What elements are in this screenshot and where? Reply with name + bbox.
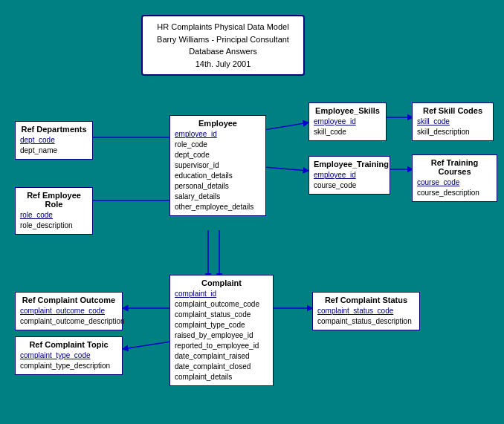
ref-training-field-1: course_description xyxy=(417,188,492,198)
employee-field-5: personal_details xyxy=(175,181,261,192)
ref-outcome-field-0: complaint_outcome_code xyxy=(20,306,117,316)
ref-departments-box: Ref Departments dept_code dept_name xyxy=(15,121,93,160)
employee-field-6: salary_details xyxy=(175,192,261,202)
ref-employee-role-box: Ref Employee Role role_code role_descrip… xyxy=(15,187,93,235)
ref-status-field-1: compaint_status_description xyxy=(317,316,415,327)
emp-training-field-1: course_code xyxy=(314,180,385,191)
employee-field-0: employee_id xyxy=(175,129,261,140)
ref-topic-field-1: complaint_type_description xyxy=(20,361,117,371)
complaint-field-7: date_complaint_closed xyxy=(175,362,268,372)
ref-departments-title: Ref Departments xyxy=(20,125,88,134)
ref-complaint-status-title: Ref Complaint Status xyxy=(317,296,415,304)
title-line1: HR Complaints Physical Data Model xyxy=(150,21,296,33)
ref-status-field-0: complaint_status_code xyxy=(317,306,415,316)
emp-training-field-0: employee_id xyxy=(314,170,385,180)
svg-line-4 xyxy=(264,167,308,171)
svg-line-2 xyxy=(264,123,308,130)
complaint-field-2: complaint_status_code xyxy=(175,310,268,320)
employee-title: Employee xyxy=(175,119,261,128)
ref-role-field-0: role_code xyxy=(20,210,88,221)
title-box: HR Complaints Physical Data Model Barry … xyxy=(141,15,305,76)
title-line4: 14th. July 2001 xyxy=(150,58,296,71)
ref-training-courses-box: Ref Training Courses course_code course_… xyxy=(412,154,497,202)
ref-role-field-1: role_description xyxy=(20,221,88,231)
ref-complaint-status-box: Ref Complaint Status complaint_status_co… xyxy=(312,292,420,330)
employee-field-2: dept_code xyxy=(175,150,261,160)
emp-skills-field-1: skill_code xyxy=(314,127,381,137)
employee-field-4: education_details xyxy=(175,171,261,181)
ref-dept-field-0: dept_code xyxy=(20,135,88,146)
svg-line-9 xyxy=(123,342,171,349)
ref-complaint-outcome-box: Ref Complaint Outcome complaint_outcome_… xyxy=(15,292,123,330)
complaint-field-5: reported_to_employee_id xyxy=(175,341,268,351)
employee-training-title: Employee_Training xyxy=(314,160,385,169)
employee-field-1: role_code xyxy=(175,140,261,150)
ref-training-courses-title: Ref Training Courses xyxy=(417,158,492,176)
emp-skills-field-0: employee_id xyxy=(314,117,381,127)
ref-complaint-topic-title: Ref Complaint Topic xyxy=(20,340,117,349)
employee-training-box: Employee_Training employee_id course_cod… xyxy=(308,156,390,195)
ref-complaint-outcome-title: Ref Complaint Outcome xyxy=(20,296,117,304)
ref-outcome-field-1: complaint_outcome_description xyxy=(20,316,117,327)
complaint-title: Complaint xyxy=(175,278,268,287)
ref-skill-codes-title: Ref Skill Codes xyxy=(417,106,488,115)
employee-field-3: supervisor_id xyxy=(175,160,261,171)
employee-skills-title: Employee_Skills xyxy=(314,106,381,115)
title-line2: Barry Williams - Principal Consultant xyxy=(150,33,296,46)
employee-skills-box: Employee_Skills employee_id skill_code xyxy=(308,102,387,141)
complaint-field-3: complaint_type_code xyxy=(175,320,268,330)
ref-skill-field-0: skill_code xyxy=(417,117,488,127)
complaint-field-1: complaint_outcome_code xyxy=(175,299,268,310)
ref-complaint-topic-box: Ref Complaint Topic complaint_type_code … xyxy=(15,336,123,375)
ref-skill-field-1: skill_description xyxy=(417,127,488,137)
employee-field-7: other_employee_details xyxy=(175,202,261,212)
complaint-box: Complaint complaint_id complaint_outcome… xyxy=(169,275,274,386)
ref-skill-codes-box: Ref Skill Codes skill_code skill_descrip… xyxy=(412,102,494,141)
complaint-field-4: raised_by_employee_id xyxy=(175,330,268,341)
ref-dept-field-1: dept_name xyxy=(20,146,88,156)
title-line3: Database Answers xyxy=(150,45,296,58)
employee-box: Employee employee_id role_code dept_code… xyxy=(169,115,266,216)
complaint-field-0: complaint_id xyxy=(175,289,268,299)
complaint-field-8: complaint_details xyxy=(175,372,268,382)
ref-training-field-0: course_code xyxy=(417,177,492,188)
ref-employee-role-title: Ref Employee Role xyxy=(20,191,88,209)
complaint-field-6: date_complaint_raised xyxy=(175,351,268,362)
ref-topic-field-0: complaint_type_code xyxy=(20,350,117,361)
